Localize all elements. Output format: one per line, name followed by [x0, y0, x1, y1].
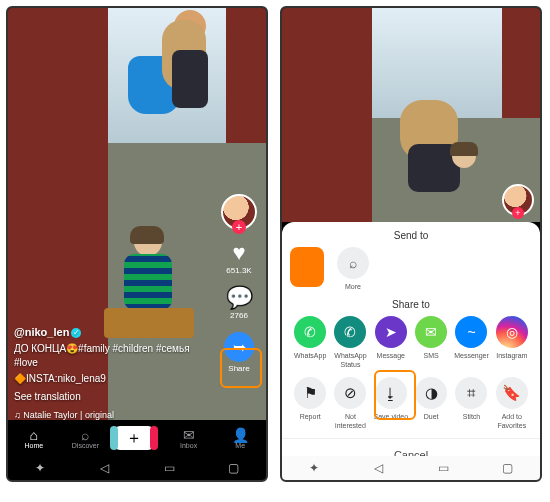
- share-label: Share: [216, 364, 262, 373]
- nav-discover-label: Discover: [72, 442, 99, 449]
- nav-inbox-label: Inbox: [180, 442, 197, 449]
- share-icon: ➥: [224, 332, 254, 362]
- send-to-row: ⌕More: [282, 247, 540, 291]
- send-more[interactable]: ⌕More: [332, 247, 374, 291]
- action-label: Report: [290, 412, 330, 421]
- home-key[interactable]: ▭: [154, 461, 184, 475]
- share-label: Message: [371, 351, 411, 360]
- comment-count: 2766: [216, 311, 262, 320]
- see-translation-link[interactable]: See translation: [14, 390, 214, 404]
- accessibility-key[interactable]: ✦: [299, 461, 329, 475]
- caption-line-1: ДО КОНЦА😍#family #children #семья #love: [14, 342, 214, 370]
- share-instagram[interactable]: ◎Instagram: [492, 316, 532, 369]
- like-count: 651.3K: [216, 266, 262, 275]
- home-key[interactable]: ▭: [428, 461, 458, 475]
- share-to-heading: Share to: [282, 299, 540, 310]
- follow-plus-icon[interactable]: +: [232, 220, 246, 234]
- action-stitch[interactable]: ⌗Stitch: [451, 377, 491, 430]
- woman-illustration: [156, 10, 214, 130]
- nav-inbox[interactable]: ✉Inbox: [166, 428, 212, 449]
- android-softkeys: ✦ ◁ ▭ ▢: [8, 456, 266, 480]
- contact-avatar-icon: [290, 247, 324, 287]
- share-to-row: ✆WhatsApp✆WhatsApp Status➤Message✉SMS~Me…: [282, 316, 540, 369]
- creator-avatar[interactable]: +: [502, 184, 534, 216]
- caption-line-2: 🔶INSTA:niko_lena9: [14, 372, 214, 386]
- android-softkeys: ✦ ◁ ▭ ▢: [282, 456, 540, 480]
- accessibility-key[interactable]: ✦: [25, 461, 55, 475]
- messenger-icon: ~: [455, 316, 487, 348]
- whatsapp-status-icon: ✆: [334, 316, 366, 348]
- instagram-icon: ◎: [496, 316, 528, 348]
- inbox-icon: ✉: [166, 428, 212, 442]
- home-icon: ⌂: [11, 428, 57, 442]
- bottom-nav: ⌂Home ⌕Discover ＋ ✉Inbox 👤Me: [8, 420, 266, 456]
- share-label: Messenger: [451, 351, 491, 360]
- username[interactable]: @niko_len: [14, 326, 69, 338]
- action-report[interactable]: ⚑Report: [290, 377, 330, 430]
- profile-icon: 👤: [217, 428, 263, 442]
- nav-home-label: Home: [24, 442, 43, 449]
- share-sheet: Send to ⌕More Share to ✆WhatsApp✆WhatsAp…: [282, 222, 540, 456]
- recent-key[interactable]: ▢: [493, 461, 523, 475]
- child-illustration: [442, 144, 486, 204]
- share-sms[interactable]: ✉SMS: [411, 316, 451, 369]
- whatsapp-icon: ✆: [294, 316, 326, 348]
- verified-badge-icon: ✓: [71, 328, 81, 338]
- nav-discover[interactable]: ⌕Discover: [62, 428, 108, 449]
- action-add-favorites[interactable]: 🔖Add to Favorites: [492, 377, 532, 430]
- nav-home[interactable]: ⌂Home: [11, 428, 57, 449]
- sms-icon: ✉: [415, 316, 447, 348]
- send-more-label: More: [332, 282, 374, 291]
- action-label: Save video: [371, 412, 411, 421]
- nav-me[interactable]: 👤Me: [217, 428, 263, 449]
- send-to-heading: Send to: [282, 230, 540, 241]
- back-key[interactable]: ◁: [90, 461, 120, 475]
- share-button[interactable]: ➥ Share: [216, 332, 262, 373]
- phone-right-share-sheet: + Send to ⌕More Share to ✆WhatsApp✆Whats…: [280, 6, 542, 482]
- phone-left-feed: + ♥ 651.3K 💬 2766 ➥ Share @niko_len✓ ДО …: [6, 6, 268, 482]
- action-duet[interactable]: ◑Duet: [411, 377, 451, 430]
- comment-button[interactable]: 💬 2766: [216, 287, 262, 320]
- add-favorites-icon: 🔖: [496, 377, 528, 409]
- action-save-video[interactable]: ⭳Save video: [371, 377, 411, 430]
- right-action-rail: + ♥ 651.3K 💬 2766 ➥ Share: [216, 194, 262, 373]
- search-icon: ⌕: [337, 247, 369, 279]
- follow-plus-icon[interactable]: +: [512, 207, 524, 219]
- video-scene-top: +: [282, 8, 540, 222]
- create-plus-icon: ＋: [114, 426, 154, 450]
- stitch-icon: ⌗: [455, 377, 487, 409]
- creator-avatar[interactable]: +: [221, 194, 257, 230]
- share-label: SMS: [411, 351, 451, 360]
- action-label: Not interested: [330, 412, 370, 430]
- not-interested-icon: ⊘: [334, 377, 366, 409]
- action-label: Stitch: [451, 412, 491, 421]
- search-icon: ⌕: [62, 428, 108, 442]
- message-icon: ➤: [375, 316, 407, 348]
- like-button[interactable]: ♥ 651.3K: [216, 242, 262, 275]
- nav-create[interactable]: ＋: [114, 426, 160, 450]
- save-video-icon: ⭳: [375, 377, 407, 409]
- share-label: WhatsApp: [290, 351, 330, 360]
- action-label: Add to Favorites: [492, 412, 532, 430]
- share-messenger[interactable]: ~Messenger: [451, 316, 491, 369]
- heart-icon: ♥: [216, 242, 262, 264]
- action-label: Duet: [411, 412, 451, 421]
- nav-me-label: Me: [235, 442, 245, 449]
- duet-icon: ◑: [415, 377, 447, 409]
- report-icon: ⚑: [294, 377, 326, 409]
- recent-contact[interactable]: [290, 247, 332, 291]
- caption-block: @niko_len✓ ДО КОНЦА😍#family #children #с…: [14, 325, 214, 422]
- action-not-interested[interactable]: ⊘Not interested: [330, 377, 370, 430]
- recent-key[interactable]: ▢: [219, 461, 249, 475]
- share-whatsapp-status[interactable]: ✆WhatsApp Status: [330, 316, 370, 369]
- share-whatsapp[interactable]: ✆WhatsApp: [290, 316, 330, 369]
- share-label: Instagram: [492, 351, 532, 360]
- actions-row: ⚑Report⊘Not interested⭳Save video◑Duet⌗S…: [282, 377, 540, 430]
- comment-icon: 💬: [216, 287, 262, 309]
- back-key[interactable]: ◁: [364, 461, 394, 475]
- share-label: WhatsApp Status: [330, 351, 370, 369]
- share-message[interactable]: ➤Message: [371, 316, 411, 369]
